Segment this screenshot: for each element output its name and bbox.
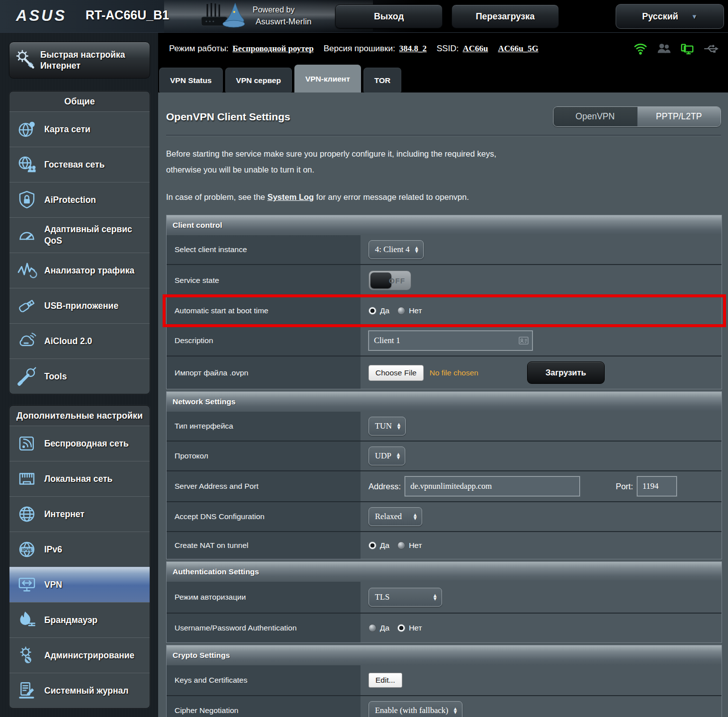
wired-clients-status-icon[interactable] (680, 41, 695, 56)
sidebar-item-network-map[interactable]: Карта сети (9, 111, 150, 147)
sidebar-item-tools[interactable]: Tools (9, 358, 150, 394)
toggle-knob (370, 272, 391, 288)
sidebar-item-aiprotection[interactable]: AiProtection (9, 182, 150, 217)
ssid-link-5g[interactable]: AC66u_5G (498, 44, 538, 54)
contact-card-icon[interactable] (519, 337, 529, 345)
asus-logo: ASUS (16, 7, 67, 25)
client-instance-select[interactable]: 4: Client 4 ▲▼ (368, 240, 424, 259)
sidebar-section-title: Общие (9, 91, 150, 111)
service-state-toggle[interactable]: OFF (368, 270, 411, 290)
userpass-no-radio[interactable] (397, 624, 405, 632)
guest-network-icon (14, 154, 39, 175)
wifi-status-icon[interactable] (633, 41, 648, 56)
radio-no-label: Нет (409, 541, 422, 550)
language-selector[interactable]: Русский ▼ (616, 4, 724, 29)
logout-button[interactable]: Выход (335, 4, 443, 28)
system-log-link[interactable]: System Log (268, 192, 314, 201)
select-spinner-icon: ▲▼ (397, 452, 400, 459)
nat-yes-radio[interactable] (368, 541, 376, 549)
content-panel: OpenVPN Client Settings OpenVPN PPTP/L2T… (158, 92, 728, 717)
reboot-button[interactable]: Перезагрузка (452, 4, 559, 28)
choose-file-button[interactable]: Choose File (368, 365, 424, 381)
radio-yes-label: Да (380, 624, 389, 632)
row-label: Протокол (167, 442, 361, 470)
ssid-label: SSID: (437, 44, 458, 54)
powered-by-block: Powered by Asuswrt-Merlin (253, 4, 311, 28)
tab-vpn-client[interactable]: VPN-клиент (294, 65, 361, 92)
sidebar-item-system-log[interactable]: Системный журнал (9, 673, 150, 708)
row-userpass-auth: Username/Password Authentication Да Нет (167, 613, 722, 642)
upload-button[interactable]: Загрузить (527, 361, 605, 384)
sidebar-item-wan[interactable]: Интернет (9, 496, 150, 532)
autostart-yes-radio[interactable] (368, 307, 376, 315)
row-protocol: Протокол UDP ▲▼ (167, 441, 722, 470)
row-label: Select client instance (167, 235, 361, 264)
firmware-version-link[interactable]: 384.8_2 (399, 44, 427, 54)
sidebar-item-qos[interactable]: Адаптивный сервис QoS (9, 217, 150, 253)
nat-no-radio[interactable] (397, 541, 405, 549)
row-label: Cipher Negotiation (167, 696, 361, 717)
server-address-input[interactable] (405, 476, 580, 496)
row-label: Тип интерфейса (167, 412, 361, 441)
section-network-settings: Network Settings Тип интерфейса TUN ▲▼ П… (166, 391, 722, 559)
row-description: Description (167, 325, 722, 356)
sidebar-item-lan[interactable]: Локальная сеть (9, 461, 150, 496)
pptp-l2tp-mode-button[interactable]: PPTP/L2TP (637, 107, 721, 126)
sidebar-item-aicloud[interactable]: AiCloud 2.0 (9, 323, 150, 358)
svg-text:IPV6: IPV6 (22, 547, 32, 552)
dns-configuration-select[interactable]: Relaxed ▲▼ (368, 507, 422, 526)
row-automatic-start: Automatic start at boot time Да Нет (167, 296, 722, 325)
auth-mode-select[interactable]: TLS ▲▼ (368, 588, 442, 607)
qos-gauge-icon (14, 225, 39, 246)
sidebar-item-guest-network[interactable]: Гостевая сеть (9, 147, 150, 182)
section-header: Network Settings (167, 392, 722, 412)
tab-vpn-status[interactable]: VPN Status (159, 68, 223, 92)
router-image (196, 1, 246, 34)
status-infobar: Режим работы: Беспроводной роутер Версия… (158, 33, 728, 65)
interface-type-select[interactable]: TUN ▲▼ (368, 417, 406, 436)
cipher-negotiation-select[interactable]: Enable (with fallback) ▲▼ (368, 701, 462, 717)
radio-yes-label: Да (380, 541, 389, 550)
description-input[interactable] (368, 331, 533, 351)
powered-by-label: Powered by (253, 4, 311, 16)
operation-mode-link[interactable]: Беспроводной роутер (233, 44, 314, 54)
sidebar-item-ipv6[interactable]: IPV6 IPv6 (9, 532, 150, 567)
sidebar-item-administration[interactable]: Администри­рование (9, 637, 150, 673)
sidebar-section-advanced: Дополнительные настройки Беспроводная се… (9, 405, 150, 709)
autostart-no-radio[interactable] (397, 307, 405, 315)
openvpn-mode-button[interactable]: OpenVPN (553, 107, 637, 126)
port-input[interactable] (637, 476, 677, 496)
radio-yes-label: Да (380, 306, 389, 315)
row-accept-dns: Accept DNS Configuration Relaxed ▲▼ (167, 501, 722, 531)
usb-status-icon[interactable] (703, 41, 719, 56)
edit-keys-button[interactable]: Edit... (368, 673, 402, 688)
sidebar-item-firewall[interactable]: Брандмауэр (9, 602, 150, 637)
sidebar-item-traffic-analyzer[interactable]: Анализатор трафика (9, 253, 150, 288)
section-header: Crypto Settings (167, 645, 722, 665)
administration-gear-icon (14, 645, 39, 666)
tab-vpn-server[interactable]: VPN сервер (225, 68, 292, 92)
clients-status-icon[interactable] (656, 41, 671, 56)
system-log-icon (14, 680, 39, 701)
row-server-address-port: Server Address and Port Address: Port: (167, 470, 722, 501)
row-interface-type: Тип интерфейса TUN ▲▼ (167, 412, 722, 441)
tab-tor[interactable]: TOR (364, 68, 401, 92)
quick-setup-button[interactable]: Быстрая настройка Интернет (9, 42, 150, 79)
row-label: Accept DNS Configuration (167, 502, 361, 531)
sidebar-item-usb-application[interactable]: USB-приложение (9, 288, 150, 323)
select-spinner-icon: ▲▼ (414, 513, 417, 520)
language-label: Русский (642, 11, 678, 22)
row-select-client-instance: Select client instance 4: Client 4 ▲▼ (167, 235, 722, 264)
sidebar-item-vpn[interactable]: VPN (9, 567, 150, 602)
chevron-down-icon: ▼ (691, 13, 698, 20)
sidebar: Быстрая настройка Интернет Общие Карта с… (0, 33, 158, 717)
sidebar-section-title: Дополнительные настройки (9, 406, 150, 426)
usb-app-icon (14, 295, 39, 316)
ssid-link-2g[interactable]: AC66u (462, 44, 488, 54)
sidebar-item-wireless[interactable]: Беспроводная сеть (9, 426, 150, 461)
ipv6-icon: IPV6 (14, 539, 39, 560)
lan-port-icon (14, 468, 39, 489)
select-spinner-icon: ▲▼ (434, 594, 437, 601)
userpass-yes-radio[interactable] (368, 624, 376, 632)
protocol-select[interactable]: UDP ▲▼ (368, 447, 405, 465)
